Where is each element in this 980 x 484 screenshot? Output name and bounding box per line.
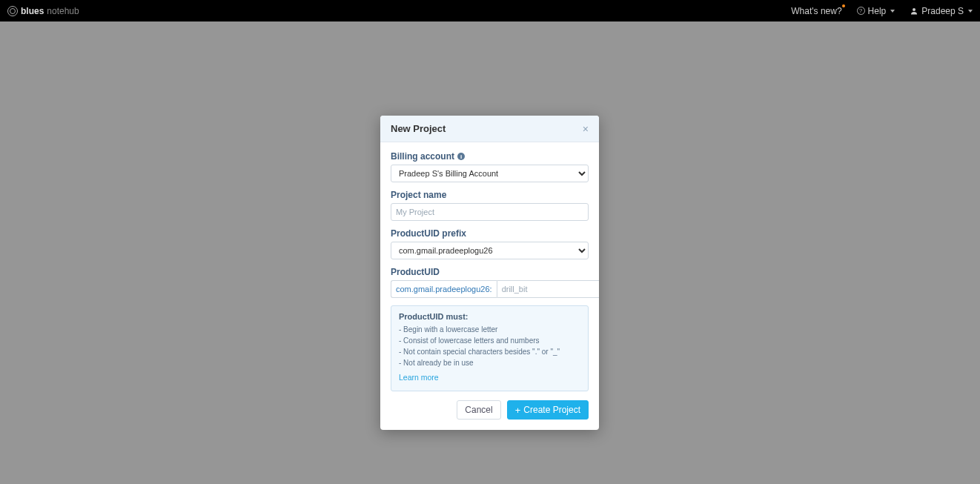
user-menu[interactable]: Pradeep S [910,6,973,16]
rule-item: Consist of lowercase letters and numbers [399,335,580,346]
modal-footer: Cancel + Create Project [391,400,589,420]
whats-new-label: What's new? [791,6,841,16]
close-icon[interactable]: × [583,124,589,134]
productuid-prefix-text: com.gmail.pradeeplogu26: [391,280,497,298]
modal-body: Billing account i Pradeep S's Billing Ac… [380,142,599,430]
cancel-label: Cancel [465,405,492,415]
productuid-input[interactable] [497,280,599,298]
modal-header: New Project × [380,116,599,142]
project-name-label: Project name [391,190,589,200]
chevron-down-icon [890,10,895,13]
brand[interactable]: bluesnotehub [7,6,79,16]
productuid-prefix-label: ProductUID prefix [391,228,589,239]
create-label: Create Project [523,405,580,415]
rule-item: Begin with a lowercase letter [399,324,580,335]
topbar-right: What's new? ? Help Pradeep S [791,6,973,16]
billing-account-label: Billing account i [391,151,589,162]
rule-item: Not contain special characters besides "… [399,346,580,357]
brand-bold: blues [21,6,44,16]
help-icon: ? [857,7,865,15]
user-label: Pradeep S [921,6,964,16]
productuid-prefix-select[interactable]: com.gmail.pradeeplogu26 [391,242,589,259]
cancel-button[interactable]: Cancel [457,400,500,420]
billing-account-label-text: Billing account [391,151,454,162]
whats-new-link[interactable]: What's new? [791,6,841,16]
help-label: Help [868,6,887,16]
productuid-input-group: com.gmail.pradeeplogu26: [391,280,589,298]
create-project-button[interactable]: + Create Project [507,400,589,420]
rules-list: Begin with a lowercase letter Consist of… [399,324,580,368]
productuid-label: ProductUID [391,267,589,277]
info-icon[interactable]: i [457,153,465,160]
chevron-down-icon [968,10,973,13]
project-name-input[interactable] [391,203,589,221]
plus-icon: + [515,405,521,415]
brand-sub: notehub [47,6,79,16]
topbar: bluesnotehub What's new? ? Help Pradeep … [0,0,980,21]
rule-item: Not already be in use [399,357,580,368]
svg-point-0 [913,8,916,11]
productuid-rules-box: ProductUID must: Begin with a lowercase … [391,305,589,391]
modal-title: New Project [391,123,446,134]
user-icon [910,7,918,16]
new-project-modal: New Project × Billing account i Pradeep … [380,116,599,430]
billing-account-select[interactable]: Pradeep S's Billing Account [391,165,589,182]
learn-more-link[interactable]: Learn more [399,373,439,382]
rules-title: ProductUID must: [399,312,580,321]
help-menu[interactable]: ? Help [857,6,895,16]
brand-logo-icon [7,6,18,16]
